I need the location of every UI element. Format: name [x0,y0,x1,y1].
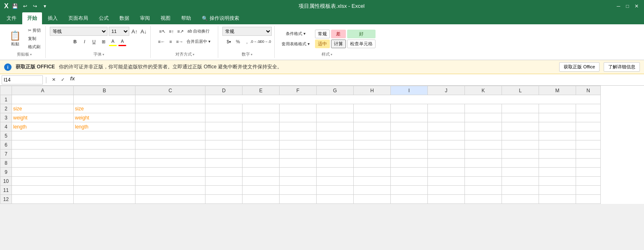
cell-j3[interactable] [428,113,465,122]
col-header-g[interactable]: G [317,86,354,95]
border-button[interactable]: ⊞ [99,37,107,46]
col-header-j[interactable]: J [428,86,465,95]
cell-e4[interactable] [243,122,280,131]
cell-a4[interactable]: length [12,122,74,131]
tab-page-layout[interactable]: 页面布局 [63,12,93,24]
cell-c2[interactable] [135,104,205,113]
tab-search[interactable]: 🔍操作说明搜索 [197,12,244,24]
cell-d1-note[interactable]: Note: The header cannot be modified and … [205,95,601,104]
cell-a1[interactable]: Attribute Category [12,95,74,104]
confirm-formula-button[interactable]: ✓ [58,75,67,84]
tab-help[interactable]: 帮助 [176,12,196,24]
style-good-button[interactable]: 好 [347,30,376,38]
formula-input[interactable] [79,75,642,84]
tab-formulas[interactable]: 公式 [94,12,114,24]
tab-insert[interactable]: 插入 [43,12,63,24]
cancel-formula-button[interactable]: ✕ [49,75,58,84]
cell-b5[interactable] [74,131,135,140]
cell-l2[interactable] [502,104,539,113]
number-format-select[interactable]: 常规 [222,27,272,36]
align-top-left-button[interactable]: ≡↖ [158,27,166,36]
font-color-button[interactable]: A [118,37,126,46]
cell-i3[interactable] [391,113,428,122]
number-expand-icon[interactable]: ▾ [251,53,252,56]
cell-c3[interactable] [135,113,205,122]
font-name-select[interactable]: 等线 [50,27,107,36]
table-format-button[interactable]: 套用表格格式 ▾ [279,40,313,49]
font-size-select[interactable]: 11 [109,27,129,36]
col-header-m[interactable]: M [539,86,576,95]
cell-b2[interactable]: size [74,104,135,113]
bold-button[interactable]: B [71,37,79,46]
style-neutral-button[interactable]: 适中 [315,40,330,48]
cell-c4[interactable] [135,122,205,131]
undo-icon[interactable]: ↩ [22,3,28,9]
cell-n4[interactable] [576,122,601,131]
col-header-e[interactable]: E [243,86,280,95]
minimize-icon[interactable]: ─ [615,3,622,9]
tab-file[interactable]: 文件 [2,12,21,24]
close-icon[interactable]: ✕ [633,3,640,9]
wrap-text-button[interactable]: ab 自动换行 [185,27,212,36]
cell-c5[interactable] [135,131,205,140]
cell-f2[interactable] [280,104,317,113]
percent-button[interactable]: % [234,37,242,46]
cell-f3[interactable] [280,113,317,122]
cell-k3[interactable] [465,113,502,122]
tab-home[interactable]: 开始 [22,12,42,24]
grid-wrapper[interactable]: A B C D E F G H I J K L M N [0,86,644,204]
cell-d3[interactable] [205,113,243,122]
copy-button[interactable]: 复制 [26,35,43,42]
cut-button[interactable]: ✂ 剪切 [26,27,43,34]
cell-j2[interactable] [428,104,465,113]
italic-button[interactable]: I [80,37,89,46]
cell-a2[interactable]: size [12,104,74,113]
cell-n3[interactable] [576,113,601,122]
cell-b4[interactable]: length [74,122,135,131]
paste-button[interactable]: 📋 粘贴 [6,28,24,49]
save-icon[interactable]: 💾 [12,3,19,9]
font-expand-icon[interactable]: ▾ [103,53,104,56]
cell-e2[interactable] [243,104,280,113]
cell-a3[interactable]: weight [12,113,74,122]
col-header-a[interactable]: A [12,86,74,95]
align-top-right-button[interactable]: ≡↗ [176,27,184,36]
maximize-icon[interactable]: □ [624,3,631,9]
cell-e3[interactable] [243,113,280,122]
cell-a5[interactable] [12,131,74,140]
format-painter-button[interactable]: 格式刷 [26,43,43,51]
cell-g3[interactable] [317,113,354,122]
cell-n2[interactable] [576,104,601,113]
cell-b1[interactable]: Attribute Name [74,95,135,104]
conditional-format-button[interactable]: 条件格式 ▾ [279,29,313,38]
align-right-button[interactable]: ≡→ [175,37,184,46]
merge-center-button[interactable]: 合并后居中 ▾ [184,37,212,46]
cell-h2[interactable] [354,104,391,113]
cell-l4[interactable] [502,122,539,131]
styles-expand-icon[interactable]: ▾ [331,53,332,56]
align-left-button[interactable]: ≡← [157,37,166,46]
cell-h4[interactable] [354,122,391,131]
increase-font-size-button[interactable]: A↑ [131,27,139,36]
learn-more-button[interactable]: 了解详细信息 [604,62,640,72]
underline-button[interactable]: U [90,37,98,46]
cell-c1[interactable]: Attribute Description [135,95,205,104]
col-header-b[interactable]: B [74,86,135,95]
tab-review[interactable]: 审阅 [135,12,155,24]
cell-k4[interactable] [465,122,502,131]
decrease-decimal-button[interactable]: .00→.0 [261,37,269,46]
col-header-i[interactable]: I [391,86,428,95]
col-header-h[interactable]: H [354,86,391,95]
fill-color-button[interactable]: A [109,37,117,46]
cell-l3[interactable] [502,113,539,122]
cell-g2[interactable] [317,104,354,113]
col-header-l[interactable]: L [502,86,539,95]
tab-view[interactable]: 视图 [156,12,175,24]
currency-button[interactable]: $▾ [225,37,233,46]
cell-k2[interactable] [465,104,502,113]
cell-m2[interactable] [539,104,576,113]
col-header-c[interactable]: C [135,86,205,95]
decrease-font-size-button[interactable]: A↓ [140,27,148,36]
clipboard-expand-icon[interactable]: ▾ [30,53,32,56]
cell-m3[interactable] [539,113,576,122]
